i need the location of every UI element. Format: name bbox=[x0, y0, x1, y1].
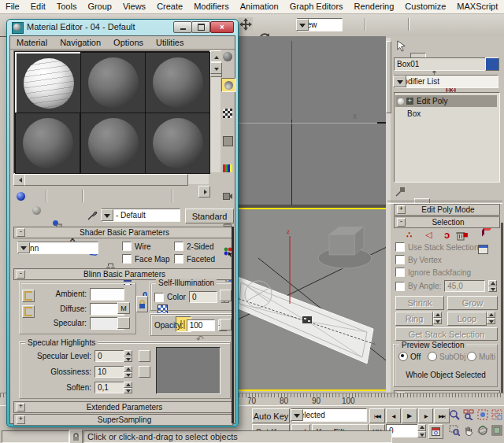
edge-subobject-button[interactable]: ◁ bbox=[425, 230, 432, 240]
soften-field[interactable]: 0,1 bbox=[94, 382, 128, 393]
menu-modifiers[interactable]: Modifiers bbox=[188, 0, 235, 13]
specular-level-map-button[interactable] bbox=[139, 350, 150, 362]
glossiness-field[interactable]: 10 bbox=[94, 366, 128, 378]
rollout-extended-parameters[interactable]: +Extended Parameters bbox=[13, 401, 233, 413]
ambient-diffuse-lock-bottom-button[interactable] bbox=[22, 305, 35, 318]
auto-key-button[interactable]: Auto Key bbox=[252, 408, 290, 423]
object-color-swatch[interactable] bbox=[485, 57, 499, 71]
zoom-extents-button[interactable] bbox=[476, 408, 489, 421]
shrink-button[interactable]: Shrink bbox=[395, 296, 444, 310]
sample-slot-3[interactable] bbox=[145, 52, 210, 113]
sample-type-button[interactable] bbox=[221, 50, 234, 63]
material-editor-titlebar[interactable]: Material Editor - 04 - Default × bbox=[7, 20, 238, 35]
menu-file[interactable]: File bbox=[0, 0, 25, 13]
zoom-region-button[interactable] bbox=[447, 423, 461, 437]
filter-dropdown-arrow[interactable] bbox=[291, 409, 303, 421]
by-angle-spinner[interactable] bbox=[488, 280, 497, 292]
pick-material-from-object-button[interactable] bbox=[86, 208, 99, 221]
grow-button[interactable]: Grow bbox=[447, 296, 498, 310]
sample-uv-tiling-button[interactable] bbox=[221, 135, 234, 147]
self-illum-value-field[interactable]: 0 bbox=[189, 291, 217, 303]
fr ame-spinner[interactable] bbox=[417, 424, 426, 437]
me-menu-navigation[interactable]: Navigation bbox=[54, 36, 107, 49]
scroll-left-button[interactable] bbox=[13, 174, 25, 186]
shader-type-dropdown[interactable]: Blinn bbox=[18, 242, 98, 254]
rollout-shader-basic-parameters[interactable]: -Shader Basic Parameters bbox=[13, 227, 233, 238]
rollout-scrollbar[interactable] bbox=[501, 223, 503, 412]
modifier-list-arrow[interactable] bbox=[393, 76, 406, 87]
specular-map-button[interactable] bbox=[117, 317, 130, 329]
menu-graph-editors[interactable]: Graph Editors bbox=[284, 0, 349, 13]
close-button[interactable]: × bbox=[210, 21, 234, 33]
self-illum-color-checkbox[interactable] bbox=[154, 293, 164, 302]
key-filter-dropdown[interactable]: Selected bbox=[291, 408, 367, 422]
menu-tools[interactable]: Tools bbox=[51, 0, 83, 13]
border-subobject-button[interactable]: ↄ bbox=[444, 229, 450, 241]
sample-slot-6[interactable] bbox=[145, 113, 210, 174]
pin-stack-button[interactable] bbox=[394, 184, 408, 198]
menu-rendering[interactable]: Rendering bbox=[349, 0, 400, 13]
zoom-button[interactable] bbox=[447, 408, 461, 421]
expand-stack-icon[interactable]: + bbox=[406, 98, 413, 105]
background-toggle[interactable] bbox=[221, 107, 234, 120]
preview-multi-option[interactable]: Multi bbox=[467, 352, 495, 361]
reference-coord-dropdown[interactable]: View bbox=[297, 18, 343, 31]
coord-dropdown-arrow[interactable] bbox=[296, 19, 309, 31]
material-name-dropdown[interactable]: 04 - Default bbox=[102, 209, 180, 222]
stack-row-edit-poly[interactable]: + Edit Poly bbox=[395, 95, 497, 107]
preview-off-radio[interactable] bbox=[398, 352, 408, 361]
preview-subobj-option[interactable]: SubObj bbox=[428, 352, 465, 361]
scrollbar-thumb[interactable] bbox=[386, 41, 391, 113]
object-name-field[interactable]: Box01 bbox=[394, 57, 487, 71]
menu-create[interactable]: Create bbox=[151, 0, 188, 13]
self-illum-map-button[interactable] bbox=[220, 290, 232, 301]
material-type-button[interactable]: Standard bbox=[185, 209, 234, 223]
get-material-button[interactable] bbox=[13, 189, 28, 203]
zoom-extents-all-button[interactable] bbox=[490, 408, 503, 421]
me-menu-utilities[interactable]: Utilities bbox=[150, 36, 190, 49]
use-stack-selection-checkbox[interactable] bbox=[395, 242, 405, 252]
menu-maxscript[interactable]: MAXScript bbox=[451, 0, 503, 13]
arc-rotate-button[interactable] bbox=[476, 423, 489, 437]
ignore-backfacing-checkbox[interactable] bbox=[395, 268, 405, 277]
command-panel-scrollbar[interactable] bbox=[386, 38, 391, 408]
polygon-subobject-button[interactable]: ■ bbox=[463, 230, 469, 239]
maximize-viewport-toggle[interactable] bbox=[490, 423, 503, 437]
me-menu-material[interactable]: Material bbox=[10, 36, 54, 49]
sample-horizontal-scrollbar[interactable] bbox=[13, 174, 209, 184]
viewport-top[interactable]: x bbox=[233, 36, 391, 205]
menu-edit[interactable]: Edit bbox=[25, 0, 51, 13]
menu-group[interactable]: Group bbox=[82, 0, 117, 13]
material-name-arrow[interactable] bbox=[101, 209, 113, 221]
get-stack-selection-button[interactable]: Get Stack Selection bbox=[395, 327, 498, 341]
preview-off-option[interactable]: Off bbox=[398, 352, 421, 361]
glossiness-map-button[interactable] bbox=[139, 366, 150, 378]
menu-customize[interactable]: Customize bbox=[399, 0, 451, 13]
ambient-diffuse-lock-top-button[interactable] bbox=[22, 290, 35, 302]
opacity-map-button[interactable] bbox=[220, 319, 232, 330]
menu-animation[interactable]: Animation bbox=[235, 0, 284, 13]
visibility-bulb-icon[interactable] bbox=[398, 98, 404, 105]
pan-button[interactable] bbox=[461, 423, 475, 437]
modifier-list-dropdown[interactable]: Modifier List bbox=[394, 75, 498, 88]
sample-vertical-scrollbar[interactable] bbox=[210, 50, 220, 172]
horizontal-scroll-thumb[interactable] bbox=[24, 174, 188, 186]
specular-level-field[interactable]: 0 bbox=[94, 350, 128, 362]
glossiness-spinner[interactable] bbox=[124, 366, 132, 378]
by-angle-field[interactable]: 45,0 bbox=[444, 280, 485, 292]
wire-checkbox[interactable] bbox=[122, 242, 132, 251]
viewport-perspective-active[interactable]: z bbox=[233, 208, 391, 391]
diffuse-map-button[interactable]: M bbox=[117, 302, 130, 314]
shader-dropdown-arrow[interactable] bbox=[17, 242, 30, 253]
faceted-checkbox[interactable] bbox=[174, 254, 183, 264]
video-color-check-toggle[interactable] bbox=[221, 162, 234, 175]
scroll-down-button[interactable] bbox=[210, 62, 222, 74]
zoom-all-button[interactable] bbox=[461, 408, 475, 421]
put-material-to-scene-button[interactable] bbox=[29, 203, 43, 217]
previous-frame-button[interactable]: ◀| bbox=[386, 408, 401, 423]
next-frame-button[interactable]: |▶ bbox=[418, 408, 433, 423]
ambient-diffuse-padlock-toggle[interactable] bbox=[136, 296, 148, 312]
parameters-scrollbar[interactable] bbox=[232, 227, 234, 423]
me-menu-options[interactable]: Options bbox=[107, 36, 150, 49]
backlight-toggle[interactable] bbox=[221, 78, 235, 92]
